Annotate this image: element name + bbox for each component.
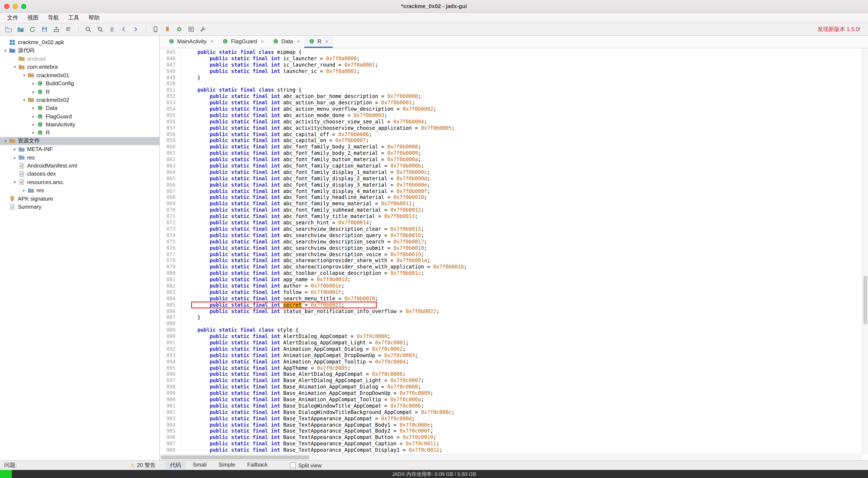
minimize-window-button[interactable] bbox=[13, 4, 18, 9]
code-line[interactable]: 895 public static final int AppTheme = 0… bbox=[160, 365, 862, 371]
tree-item-data[interactable]: ▸CData bbox=[0, 104, 159, 112]
code-line[interactable]: 847 public static final int ic_launcher_… bbox=[160, 62, 862, 68]
code-line[interactable]: 901 public static final int Base_DialogW… bbox=[160, 403, 862, 409]
code-line[interactable]: 857 public static final int abc_activity… bbox=[160, 125, 862, 131]
toolbar-text-view-button[interactable] bbox=[63, 25, 73, 34]
collapse-arrow[interactable]: ▾ bbox=[3, 139, 8, 143]
collapse-arrow[interactable]: ▾ bbox=[21, 97, 27, 102]
code-line[interactable]: 863 public static final int abc_font_fam… bbox=[160, 163, 862, 169]
code-line[interactable]: 902 public static final int Base_DialogW… bbox=[160, 409, 862, 416]
horizontal-scrollbar[interactable] bbox=[160, 454, 862, 460]
update-notice-link[interactable]: 发现新版本 1.5.0! bbox=[817, 25, 865, 33]
tree-item-res[interactable]: ▸res bbox=[0, 153, 159, 161]
code-line[interactable]: 864 public static final int abc_font_fam… bbox=[160, 169, 862, 176]
code-line[interactable]: 887 } bbox=[160, 315, 862, 321]
mode-tab-smali[interactable]: Smali bbox=[188, 461, 212, 470]
code-line[interactable]: 846 public static final int ic_launcher … bbox=[160, 56, 862, 62]
code-line[interactable]: 889 public static final class style { bbox=[160, 327, 862, 333]
code-line[interactable]: 858 public static final int abc_capital_… bbox=[160, 131, 862, 138]
tab-flagguard[interactable]: CFlagGuard× bbox=[218, 36, 268, 48]
tree-item-arsc-res[interactable]: ▸res bbox=[0, 186, 159, 195]
code-line[interactable]: 845 public static final class mipmap { bbox=[160, 49, 862, 56]
tree-item-apk-root[interactable]: crackme_0x02.apk bbox=[0, 38, 159, 47]
code-line[interactable]: 906 public static final int Base_TextApp… bbox=[160, 435, 862, 441]
code-line[interactable]: 883 public static final int follow = 0x7… bbox=[160, 289, 862, 296]
collapse-arrow[interactable]: ▾ bbox=[3, 48, 8, 53]
code-line[interactable]: 899 public static final int Base_Animati… bbox=[160, 390, 862, 396]
close-window-button[interactable] bbox=[4, 4, 9, 9]
tree-item-summary[interactable]: Summary bbox=[0, 203, 159, 211]
close-tab-icon[interactable]: × bbox=[211, 38, 214, 44]
expand-arrow[interactable]: ▸ bbox=[31, 81, 36, 86]
tree-item-crackme0x01[interactable]: ▾crackme0x01 bbox=[0, 71, 159, 79]
toolbar-reload-button[interactable] bbox=[27, 25, 38, 34]
tab-data[interactable]: CData× bbox=[268, 36, 304, 48]
expand-arrow[interactable]: ▸ bbox=[31, 114, 36, 119]
toolbar-open-file-button[interactable] bbox=[3, 25, 14, 34]
tree-item-resources[interactable]: ▾资源文件 bbox=[0, 137, 159, 145]
code-line[interactable]: 850 bbox=[160, 81, 862, 87]
code-line[interactable]: 905 public static final int Base_TextApp… bbox=[160, 428, 862, 435]
horizontal-scrollbar-thumb[interactable] bbox=[161, 455, 310, 459]
code-line[interactable]: 867 public static final int abc_font_fam… bbox=[160, 188, 862, 195]
toolbar-find-in-files-button[interactable] bbox=[94, 25, 105, 34]
expand-arrow[interactable]: ▸ bbox=[31, 106, 36, 111]
code-line[interactable]: 876 public static final int abc_searchvi… bbox=[160, 245, 862, 251]
toolbar-save-all-button[interactable] bbox=[39, 25, 50, 34]
close-tab-icon[interactable]: × bbox=[261, 38, 264, 44]
close-tab-icon[interactable]: × bbox=[325, 38, 329, 44]
code-line[interactable]: 891 public static final int AlertDialog_… bbox=[160, 340, 862, 346]
split-view-toggle[interactable]: Split view bbox=[290, 462, 321, 469]
tree-item-com-entebra[interactable]: ▾com.entebra bbox=[0, 63, 159, 71]
mode-tab-simple[interactable]: Simple bbox=[213, 461, 241, 470]
code-area[interactable]: 845 public static final class mipmap {84… bbox=[160, 48, 868, 460]
code-line[interactable]: 877 public static final int abc_searchvi… bbox=[160, 251, 862, 258]
code-line[interactable]: 907 public static final int Base_TextApp… bbox=[160, 441, 862, 447]
code-view[interactable]: 845 public static final class mipmap {84… bbox=[160, 48, 862, 454]
code-line[interactable]: 849 } bbox=[160, 74, 862, 81]
code-line[interactable]: 892 public static final int Animation_Ap… bbox=[160, 346, 862, 353]
toolbar-preferences-button[interactable] bbox=[197, 25, 208, 34]
code-line[interactable]: 859 public static final int abc_capital_… bbox=[160, 138, 862, 144]
code-line[interactable]: 861 public static final int abc_font_fam… bbox=[160, 150, 862, 157]
tree-item-classes-dex[interactable]: classes.dex bbox=[0, 170, 159, 178]
code-line[interactable]: 897 public static final int Base_AlertDi… bbox=[160, 378, 862, 384]
tree-item-r-crackme0x01[interactable]: ▸CR bbox=[0, 88, 159, 96]
code-line[interactable]: 848 public static final int launcher_ic … bbox=[160, 68, 862, 74]
tree-item-flagguard[interactable]: ▸CFlagGuard bbox=[0, 112, 159, 120]
tree-item-resources-arsc[interactable]: ▾resources.arsc bbox=[0, 178, 159, 186]
warnings-indicator[interactable]: ⚠ 20 警告 bbox=[130, 461, 156, 469]
code-line[interactable]: 903 public static final int Base_TextApp… bbox=[160, 415, 862, 422]
toolbar-add-files-button[interactable] bbox=[15, 25, 26, 34]
code-line[interactable]: 904 public static final int Base_TextApp… bbox=[160, 422, 862, 428]
toolbar-search-button[interactable] bbox=[83, 25, 93, 34]
tree-item-android[interactable]: android bbox=[0, 55, 159, 63]
code-line[interactable]: 872 public static final int abc_search_h… bbox=[160, 220, 862, 226]
menu-item-help[interactable]: 帮助 bbox=[84, 14, 104, 22]
expand-arrow[interactable]: ▸ bbox=[31, 89, 36, 94]
menu-item-file[interactable]: 文件 bbox=[3, 14, 23, 22]
code-line[interactable]: 881 public static final int app_name = 0… bbox=[160, 276, 862, 283]
code-line[interactable]: 908 public static final int Base_TextApp… bbox=[160, 447, 862, 453]
code-line[interactable]: 882 public static final int author = 0x7… bbox=[160, 283, 862, 289]
tree-item-meta-inf[interactable]: ▸META-INF bbox=[0, 145, 159, 153]
menu-item-tools[interactable]: 工具 bbox=[64, 14, 84, 22]
code-line[interactable]: 875 public static final int abc_searchvi… bbox=[160, 239, 862, 245]
collapse-arrow[interactable]: ▾ bbox=[21, 73, 27, 78]
code-line[interactable]: 870 public static final int abc_font_fam… bbox=[160, 207, 862, 214]
code-line[interactable]: 885 public static final int secret = 0x7… bbox=[160, 302, 862, 308]
code-line[interactable]: 855 public static final int abc_action_m… bbox=[160, 112, 862, 119]
code-line[interactable]: 869 public static final int abc_font_fam… bbox=[160, 201, 862, 207]
expand-arrow[interactable]: ▸ bbox=[31, 122, 36, 127]
code-line[interactable]: 898 public static final int Base_Animati… bbox=[160, 384, 862, 390]
code-line[interactable]: 868 public static final int abc_font_fam… bbox=[160, 195, 862, 201]
toolbar-deobfuscation-button[interactable] bbox=[174, 25, 184, 34]
tree-item-r-crackme0x02[interactable]: ▸CR bbox=[0, 129, 159, 137]
code-line[interactable]: 878 public static final int abc_shareact… bbox=[160, 258, 862, 264]
mode-tab-code[interactable]: 代码 bbox=[165, 461, 186, 470]
collapse-arrow[interactable]: ▾ bbox=[12, 180, 18, 184]
toolbar-device-button[interactable] bbox=[150, 25, 161, 34]
code-line[interactable]: 871 public static final int abc_font_fam… bbox=[160, 213, 862, 220]
tree-item-source-code[interactable]: ▾源代码 bbox=[0, 47, 159, 55]
tree-item-buildconfig[interactable]: ▸CBuildConfig bbox=[0, 79, 159, 88]
